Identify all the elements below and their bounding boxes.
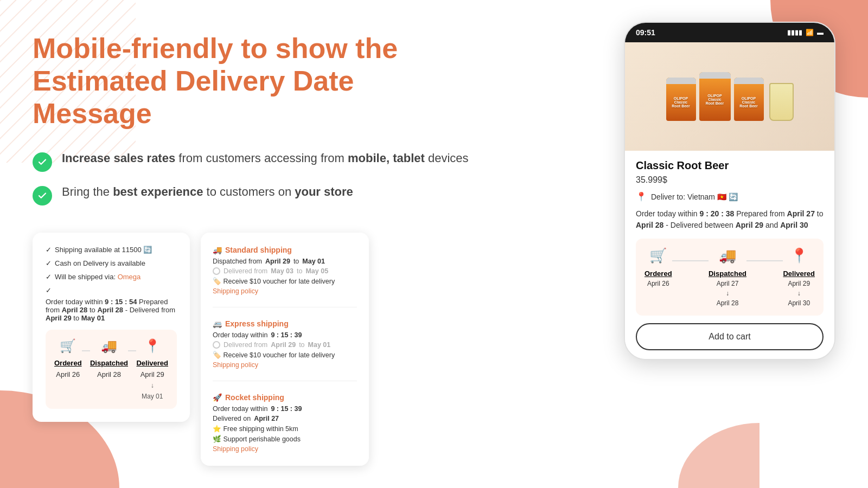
beer-glass	[769, 83, 794, 121]
cod-line: ✓ Cash on Delivery is available	[46, 259, 177, 267]
express-order-detail: Order today within 9 : 15 : 39	[213, 331, 357, 339]
phone-status-bar: 09:51 ▮▮▮▮ 📶 ▬	[625, 23, 834, 42]
cart-icon: 🛒	[60, 338, 76, 354]
cod-text: Cash on Delivery is available	[55, 259, 145, 267]
delivered-date-arrow: ↓	[151, 382, 154, 389]
beer-can-3: OLIPOPClassicRoot Beer	[734, 78, 764, 121]
phone-ordered-label: Ordered	[644, 269, 672, 278]
deliver-to-line: 📍 Deliver to: Vietnam 🇻🇳 🔄	[636, 191, 824, 202]
express-title-text: Express shipping	[225, 319, 289, 328]
check-mark-4: ✓	[46, 286, 52, 294]
feature-list: Increase sales rates from customers acce…	[33, 151, 477, 206]
phone-delivered-date-1: April 29	[788, 280, 810, 287]
can-label-1: OLIPOPClassicRoot Beer	[672, 97, 690, 108]
status-icons: ▮▮▮▮ 📶 ▬	[787, 29, 824, 36]
express-icon: 🚐	[213, 319, 222, 328]
check-mark-3: ✓	[46, 273, 52, 281]
delivered-label: Delivered	[136, 359, 168, 367]
phone-connector-1	[672, 260, 709, 261]
product-image: OLIPOPClassicRoot Beer OLIPOPClassicRoot…	[625, 42, 834, 151]
standard-voucher: 🏷️ Receive $10 voucher for late delivery	[213, 277, 357, 285]
wifi-icon: 📶	[806, 29, 814, 36]
omega-link[interactable]: Omega	[118, 273, 141, 281]
product-price: 35.999$	[636, 175, 824, 185]
phone-connector-2	[746, 260, 783, 261]
order-today-line: ✓ Order today within 9 : 15 : 54 Prepare…	[46, 286, 177, 322]
check-mark-1: ✓	[46, 246, 52, 254]
phone-ordered-date: April 26	[647, 280, 669, 287]
main-title: Mobile-friendly to show the Estimated De…	[33, 33, 477, 130]
phone-step-delivered: 📍 Delivered April 29 ↓ April 30	[783, 247, 815, 307]
delivered-date-1: April 29	[141, 370, 164, 378]
timeline-steps: 🛒 Ordered April 26 🚚 Dispatched April 28…	[54, 338, 168, 400]
shipped-via-text: Will be shipped via: Omega	[55, 273, 141, 281]
shipped-via-line: ✓ Will be shipped via: Omega	[46, 273, 177, 281]
phone-delivered-date-2: April 30	[788, 299, 810, 307]
rocket-order-detail: Order today within 9 : 15 : 39	[213, 405, 357, 413]
rocket-title-text: Rocket shipping	[225, 393, 284, 402]
deliver-to-text: Deliver to: Vietnam 🇻🇳 🔄	[651, 192, 738, 201]
phone-dispatched-label: Dispatched	[709, 269, 746, 278]
pin-icon: 📍	[144, 338, 161, 354]
beer-can-2: OLIPOPClassicRoot Beer	[699, 72, 731, 121]
phone-delivered-arrow: ↓	[797, 290, 801, 297]
ordered-label: Ordered	[54, 359, 82, 367]
phone-content: Classic Root Beer 35.999$ 📍 Deliver to: …	[625, 151, 834, 359]
add-to-cart-button[interactable]: Add to cart	[636, 323, 824, 350]
rocket-support: 🌿 Support perishable goods	[213, 435, 357, 443]
connector-2	[128, 350, 136, 351]
shipping-available-line: ✓ Shipping available at 11500 🔄	[46, 246, 177, 254]
express-radio[interactable]	[213, 341, 220, 349]
standard-policy-link[interactable]: Shipping policy	[213, 287, 357, 295]
express-delivered-detail: Delivered from April 29 to May 01	[213, 341, 357, 349]
standard-shipping-title: 🚚 Standard shipping	[213, 246, 357, 254]
beer-can-1: OLIPOPClassicRoot Beer	[666, 78, 696, 121]
rocket-shipping-title: 🚀 Rocket shipping	[213, 393, 357, 402]
express-policy-link[interactable]: Shipping policy	[213, 361, 357, 369]
order-info-text: Order today within 9 : 20 : 38 Prepared …	[636, 208, 824, 231]
phone-delivered-label: Delivered	[783, 269, 815, 278]
rocket-delivered-detail: Delivered on April 27	[213, 415, 357, 422]
dispatched-date: April 28	[97, 370, 121, 378]
express-shipping-option: 🚐 Express shipping Order today within 9 …	[213, 319, 357, 381]
feature-text-1: Increase sales rates from customers acce…	[62, 151, 469, 165]
bg-decoration-bottom-right	[678, 423, 760, 488]
rocket-icon: 🚀	[213, 393, 222, 402]
product-name: Classic Root Beer	[636, 159, 824, 172]
feature-item-2: Bring the best experience to customers o…	[33, 185, 477, 206]
timeline-step-delivered: 📍 Delivered April 29 ↓ May 01	[136, 338, 168, 400]
beer-cans-illustration: OLIPOPClassicRoot Beer OLIPOPClassicRoot…	[655, 61, 805, 132]
phone-step-ordered: 🛒 Ordered April 26	[644, 247, 672, 287]
shipping-available-text: Shipping available at 11500 🔄	[55, 246, 152, 254]
timeline-step-ordered: 🛒 Ordered April 26	[54, 338, 82, 378]
ordered-date: April 26	[56, 370, 80, 378]
phone-time: 09:51	[636, 28, 655, 37]
phone-dispatched-date-2: April 28	[717, 299, 739, 307]
phone-frame: 09:51 ▮▮▮▮ 📶 ▬ OLIPOPClassicRoot Beer OL…	[624, 22, 835, 360]
phone-dispatched-date-1: April 27	[717, 280, 739, 287]
standard-delivered-detail: Delivered from May 03 to May 05	[213, 267, 357, 275]
phone-pin-icon: 📍	[790, 247, 808, 264]
standard-radio[interactable]	[213, 267, 220, 275]
order-today-text: Order today within 9 : 15 : 54 Prepared …	[46, 298, 177, 322]
express-shipping-title: 🚐 Express shipping	[213, 319, 357, 328]
phone-container: 09:51 ▮▮▮▮ 📶 ▬ OLIPOPClassicRoot Beer OL…	[624, 22, 835, 360]
truck-icon: 🚚	[101, 338, 117, 354]
feature-text-2: Bring the best experience to customers o…	[62, 185, 353, 199]
dispatched-label: Dispatched	[90, 359, 128, 367]
location-pin-icon: 📍	[636, 191, 647, 202]
battery-icon: ▬	[817, 29, 824, 36]
standard-shipping-option: 🚚 Standard shipping Dispatched from Apri…	[213, 246, 357, 307]
left-section: Mobile-friendly to show the Estimated De…	[33, 33, 477, 466]
connector-1	[82, 350, 90, 351]
express-voucher: 🏷️ Receive $10 voucher for late delivery	[213, 351, 357, 359]
timeline-step-dispatched: 🚚 Dispatched April 28	[90, 338, 128, 378]
phone-dispatched-arrow: ↓	[726, 290, 729, 297]
phone-truck-icon: 🚚	[719, 247, 736, 264]
phone-step-dispatched: 🚚 Dispatched April 27 ↓ April 28	[709, 247, 746, 307]
can-label-2: OLIPOPClassicRoot Beer	[706, 94, 724, 105]
standard-title-text: Standard shipping	[225, 246, 292, 254]
rocket-free-shipping: ⭐ Free shipping within 5km	[213, 425, 357, 433]
cards-row: ✓ Shipping available at 11500 🔄 ✓ Cash o…	[33, 233, 477, 466]
rocket-policy-link[interactable]: Shipping policy	[213, 445, 357, 453]
